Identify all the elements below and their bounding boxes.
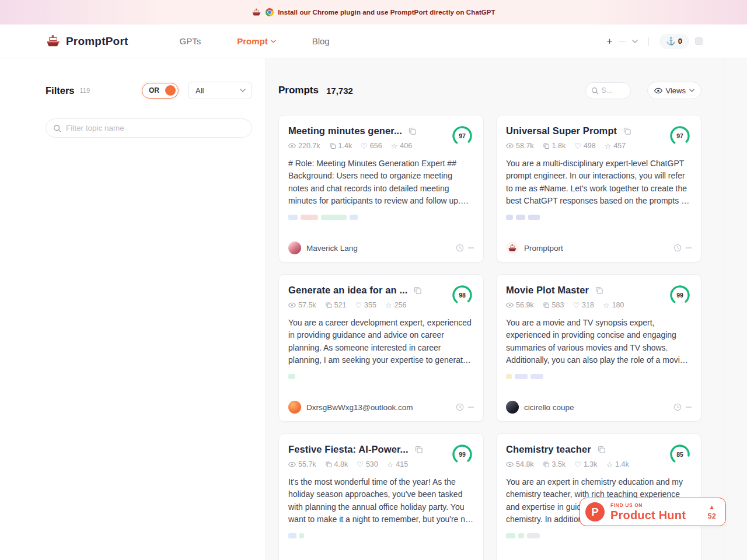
tag-chip[interactable] [527, 533, 540, 538]
quality-score: 98 [451, 284, 474, 307]
filters-sidebar: Filters 119 OR All [0, 58, 266, 560]
copy-icon[interactable] [408, 127, 417, 135]
card-stats: 56.9k 583 ♡ 318 ☆ 180 [506, 301, 692, 309]
views-stat: 57.5k [288, 301, 316, 309]
copies-stat: 521 [325, 301, 347, 309]
chrome-plugin-banner[interactable]: Install our Chrome plugin and use Prompt… [0, 0, 747, 24]
dash-icon [468, 407, 474, 408]
topic-filter-input[interactable] [66, 124, 245, 132]
tag-chip[interactable] [530, 374, 543, 379]
likes-stat: ♡ 1.3k [574, 460, 597, 468]
stars-stat: ☆ 406 [391, 142, 413, 150]
prompt-search-input[interactable] [602, 86, 623, 94]
stars-stat: ☆ 415 [387, 460, 409, 468]
prompt-card[interactable]: Universal Super Prompt 97 58.7k 1.8k ♡ 4… [496, 115, 701, 262]
product-hunt-badge[interactable]: P FIND US ON Product Hunt ▲ 52 [580, 498, 726, 526]
copies-stat: 3.5k [543, 460, 566, 468]
likes-stat: ♡ 530 [357, 460, 378, 468]
copy-icon [543, 142, 550, 149]
prompt-card[interactable]: Generate an idea for an ... 98 57.5k 521… [278, 274, 484, 422]
app-header: PromptPort GPTs Prompt Blog + ⚓ 0 [0, 24, 747, 58]
star-icon: ☆ [605, 142, 612, 150]
prompts-panel: Prompts 17,732 Views Meeting minutes gen… [266, 58, 747, 560]
card-title: Chemistry teacher [506, 444, 591, 455]
heart-icon: ♡ [574, 142, 581, 150]
tag-chip[interactable] [288, 374, 295, 379]
filter-logic-toggle[interactable]: OR [142, 83, 179, 99]
copy-icon[interactable] [595, 286, 603, 295]
copy-icon[interactable] [623, 127, 631, 135]
eye-icon [288, 302, 296, 308]
type-select-value: All [196, 86, 204, 95]
create-prompt-icon[interactable]: + [607, 36, 613, 47]
copies-stat: 583 [543, 301, 564, 309]
tag-chip[interactable] [518, 533, 524, 538]
quality-gauge: 99 [668, 284, 692, 307]
dash-icon [686, 407, 692, 408]
tag-chip[interactable] [301, 215, 318, 220]
likes-stat: ♡ 318 [573, 301, 594, 309]
create-chevron-icon[interactable] [632, 40, 638, 43]
divider [724, 58, 724, 560]
star-icon: ☆ [606, 461, 613, 468]
filter-type-select[interactable]: All [188, 82, 252, 99]
quality-gauge: 97 [451, 124, 474, 148]
tag-chip[interactable] [515, 374, 528, 379]
author-name[interactable]: cicirello coupe [524, 403, 574, 412]
nav-prompt[interactable]: Prompt [237, 36, 276, 46]
author-name[interactable]: Promptport [524, 244, 563, 253]
clock-icon [456, 403, 464, 411]
clock-icon [673, 244, 682, 252]
star-icon: ☆ [603, 302, 610, 309]
tag-chip[interactable] [321, 215, 347, 220]
views-stat: 56.9k [506, 301, 534, 309]
tag-chip[interactable] [288, 533, 296, 538]
brand-logo[interactable]: PromptPort [46, 34, 128, 48]
topic-search-box [46, 118, 252, 138]
clock-icon [456, 244, 464, 252]
copy-icon[interactable] [413, 286, 422, 295]
tag-chip[interactable] [506, 533, 515, 538]
stars-stat: ☆ 256 [385, 301, 407, 309]
tag-chip[interactable] [516, 215, 525, 220]
star-icon: ☆ [385, 302, 392, 309]
tag-chip[interactable] [528, 215, 540, 220]
tag-chip[interactable] [506, 374, 512, 379]
stars-stat: ☆ 457 [605, 142, 626, 150]
copy-icon[interactable] [414, 445, 423, 454]
heart-icon: ♡ [573, 302, 580, 309]
upvote-triangle-icon: ▲ [708, 504, 715, 510]
prompt-card[interactable]: Festive Fiesta: AI-Power... 99 55.7k 4.8… [278, 433, 484, 560]
heart-icon: ♡ [574, 461, 581, 468]
avatar[interactable] [695, 37, 703, 45]
anchor-counter[interactable]: ⚓ 0 [659, 34, 689, 49]
copy-icon[interactable] [597, 445, 606, 454]
ph-upvote[interactable]: ▲ 52 [708, 504, 716, 520]
banner-text: Install our Chrome plugin and use Prompt… [278, 9, 495, 16]
card-footer: Maverick Lang [288, 242, 474, 254]
nav-blog[interactable]: Blog [312, 36, 330, 46]
chevron-down-icon [689, 89, 694, 92]
copies-stat: 1.4k [329, 142, 352, 150]
author-name[interactable]: DxrsgBwWxg13@outlook.com [306, 403, 413, 412]
prompt-card[interactable]: Chemistry teacher 85 54.8k 3.5k ♡ 1.3k ☆… [496, 433, 701, 560]
eye-icon [288, 143, 296, 149]
author-avatar [288, 242, 301, 254]
nav-prompt-label: Prompt [237, 36, 268, 46]
prompt-card[interactable]: Movie Plot Master 99 56.9k 583 ♡ 318 ☆ 1… [496, 274, 701, 422]
tag-chip[interactable] [288, 215, 298, 220]
ship-icon [252, 8, 261, 17]
tag-chip[interactable] [350, 215, 358, 220]
card-footer: DxrsgBwWxg13@outlook.com [288, 401, 474, 414]
eye-icon [506, 461, 514, 467]
quality-gauge: 99 [451, 443, 474, 466]
copy-icon [325, 461, 332, 468]
prompt-card[interactable]: Meeting minutes gener... 97 220.7k 1.4k … [278, 115, 484, 262]
tag-chip[interactable] [506, 215, 513, 220]
card-title: Movie Plot Master [506, 285, 589, 296]
nav-gpts[interactable]: GPTs [180, 36, 201, 46]
dash-icon [468, 247, 474, 249]
views-sort-button[interactable]: Views [647, 82, 701, 99]
author-name[interactable]: Maverick Lang [306, 244, 358, 253]
tag-chip[interactable] [299, 533, 304, 538]
